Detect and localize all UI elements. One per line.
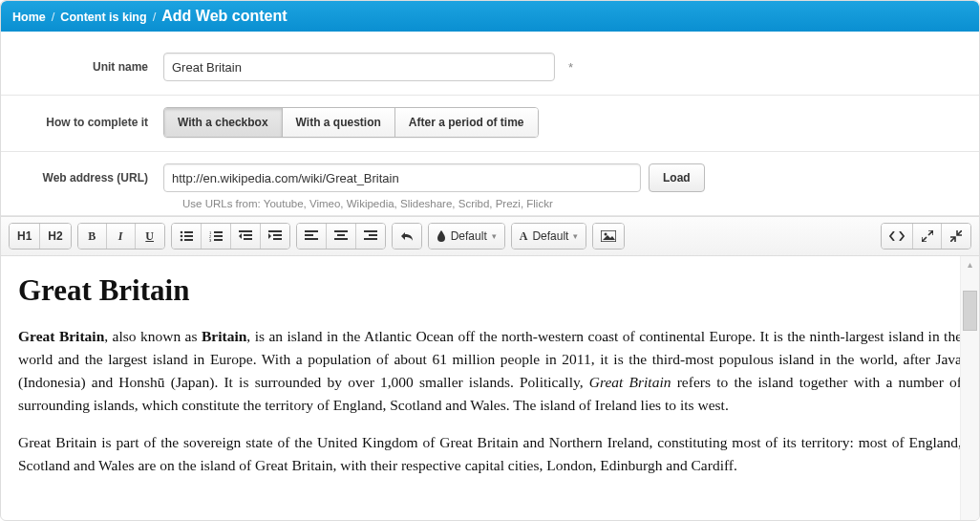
- svg-point-0: [180, 231, 182, 234]
- content-editor[interactable]: Great Britain Great Britain, also known …: [1, 256, 979, 521]
- svg-point-4: [180, 239, 182, 242]
- breadcrumb-home[interactable]: Home: [12, 11, 46, 24]
- howto-label: How to complete it: [20, 116, 163, 129]
- url-input[interactable]: [163, 163, 641, 192]
- content-title: Great Britain: [18, 273, 962, 308]
- svg-rect-13: [244, 234, 252, 236]
- scroll-thumb[interactable]: [963, 291, 977, 331]
- droplet-icon: [437, 230, 446, 242]
- source-button[interactable]: [882, 224, 913, 249]
- svg-text:3: 3: [209, 238, 212, 242]
- svg-point-30: [605, 233, 607, 236]
- editor-toolbar: H1 H2 B I U 123: [1, 216, 979, 256]
- font-icon: A: [520, 229, 528, 244]
- chevron-down-icon: ▾: [492, 231, 497, 241]
- align-left-button[interactable]: [297, 224, 327, 249]
- breadcrumb: Home / Content is king / Add Web content: [1, 1, 979, 32]
- howto-option-period[interactable]: After a period of time: [395, 108, 538, 137]
- svg-rect-17: [273, 234, 282, 236]
- svg-rect-24: [337, 234, 345, 236]
- url-hint: Use URLs from: Youtube, Vimeo, Wikipedia…: [182, 198, 553, 209]
- outdent-button[interactable]: [231, 224, 261, 249]
- svg-rect-7: [214, 235, 223, 237]
- svg-rect-16: [268, 230, 282, 232]
- heading2-button[interactable]: H2: [40, 224, 70, 249]
- breadcrumb-parent[interactable]: Content is king: [60, 11, 146, 24]
- unit-name-input[interactable]: [163, 53, 555, 81]
- font-label: Default: [532, 229, 568, 243]
- text-color-label: Default: [451, 229, 487, 243]
- underline-button[interactable]: U: [136, 224, 164, 249]
- howto-option-question[interactable]: With a question: [283, 108, 395, 137]
- align-center-button[interactable]: [327, 224, 356, 249]
- content-paragraph: Great Britain, also known as Britain, is…: [18, 325, 962, 417]
- editor-scrollbar[interactable]: ▴: [960, 256, 979, 521]
- heading1-button[interactable]: H1: [10, 224, 40, 249]
- svg-rect-20: [305, 230, 318, 232]
- scroll-up-icon[interactable]: ▴: [961, 256, 979, 271]
- svg-point-2: [180, 235, 182, 238]
- svg-rect-1: [184, 231, 193, 233]
- svg-rect-14: [244, 238, 252, 240]
- svg-rect-21: [305, 234, 313, 236]
- breadcrumb-sep: /: [52, 10, 55, 24]
- insert-image-button[interactable]: [593, 224, 624, 249]
- svg-rect-8: [214, 239, 223, 241]
- svg-rect-23: [334, 230, 348, 232]
- svg-rect-28: [364, 238, 377, 240]
- chevron-down-icon: ▾: [573, 231, 578, 241]
- svg-rect-3: [184, 235, 193, 237]
- content-paragraph: Great Britain is part of the sovereign s…: [18, 431, 962, 477]
- url-label: Web address (URL): [20, 171, 163, 185]
- list-bullet-button[interactable]: [172, 224, 202, 249]
- howto-option-checkbox[interactable]: With a checkbox: [164, 108, 283, 137]
- svg-rect-27: [369, 234, 377, 236]
- svg-rect-18: [273, 238, 282, 240]
- svg-rect-5: [184, 239, 193, 241]
- text-color-dropdown[interactable]: Default ▾: [429, 224, 504, 249]
- font-dropdown[interactable]: A Default ▾: [512, 224, 586, 249]
- undo-button[interactable]: [393, 224, 421, 249]
- collapse-button[interactable]: [942, 224, 970, 249]
- unit-name-label: Unit name: [20, 60, 163, 74]
- breadcrumb-sep: /: [153, 10, 157, 24]
- svg-rect-25: [334, 238, 348, 240]
- svg-marker-31: [603, 235, 615, 240]
- svg-marker-15: [239, 233, 242, 239]
- howto-segmented: With a checkbox With a question After a …: [163, 107, 539, 138]
- svg-rect-6: [214, 231, 223, 233]
- load-button[interactable]: Load: [649, 163, 705, 192]
- align-right-button[interactable]: [356, 224, 385, 249]
- svg-rect-26: [364, 230, 377, 232]
- page-title: Add Web content: [161, 8, 287, 25]
- required-indicator: *: [568, 60, 573, 75]
- svg-marker-19: [268, 233, 271, 239]
- list-number-button[interactable]: 123: [202, 224, 231, 249]
- svg-rect-22: [305, 238, 318, 240]
- svg-rect-12: [239, 230, 252, 232]
- indent-button[interactable]: [261, 224, 289, 249]
- expand-button[interactable]: [913, 224, 942, 249]
- italic-button[interactable]: I: [107, 224, 136, 249]
- bold-button[interactable]: B: [78, 224, 107, 249]
